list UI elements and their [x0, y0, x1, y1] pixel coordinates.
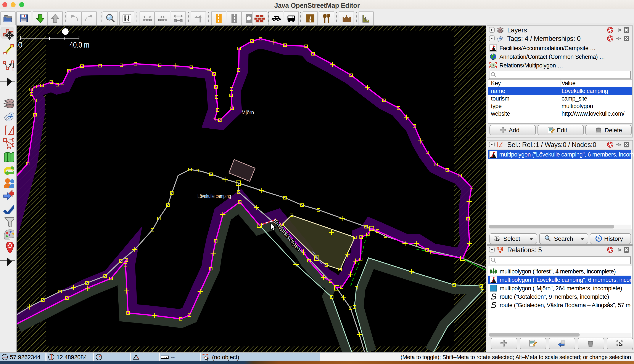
- svg-text:Lövekulle camping: Lövekulle camping: [198, 193, 231, 199]
- svg-text:40.0 m: 40.0 m: [70, 40, 89, 49]
- svg-text:0: 0: [18, 40, 23, 49]
- svg-text:Mjörn: Mjörn: [241, 109, 254, 116]
